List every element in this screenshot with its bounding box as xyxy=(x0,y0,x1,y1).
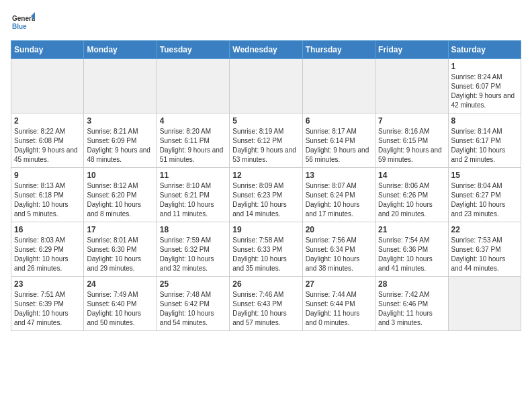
calendar-cell: 20Sunrise: 7:56 AM Sunset: 6:34 PM Dayli… xyxy=(302,222,375,277)
calendar-week-4: 16Sunrise: 8:03 AM Sunset: 6:29 PM Dayli… xyxy=(11,222,521,277)
day-info: Sunrise: 8:10 AM Sunset: 6:21 PM Dayligh… xyxy=(160,181,226,219)
day-info: Sunrise: 7:54 AM Sunset: 6:36 PM Dayligh… xyxy=(378,236,445,273)
calendar-cell: 21Sunrise: 7:54 AM Sunset: 6:36 PM Dayli… xyxy=(375,222,448,277)
calendar-cell: 7Sunrise: 8:16 AM Sunset: 6:15 PM Daylig… xyxy=(375,113,448,168)
calendar-cell xyxy=(375,59,448,113)
day-info: Sunrise: 8:21 AM Sunset: 6:09 PM Dayligh… xyxy=(87,127,153,165)
calendar-cell: 10Sunrise: 8:12 AM Sunset: 6:20 PM Dayli… xyxy=(84,168,157,222)
day-number: 10 xyxy=(87,171,153,180)
day-info: Sunrise: 8:22 AM Sunset: 6:08 PM Dayligh… xyxy=(14,127,81,165)
day-number: 17 xyxy=(87,225,153,234)
calendar-cell: 8Sunrise: 8:14 AM Sunset: 6:17 PM Daylig… xyxy=(448,113,521,168)
day-info: Sunrise: 8:13 AM Sunset: 6:18 PM Dayligh… xyxy=(14,181,81,219)
calendar-cell: 17Sunrise: 8:01 AM Sunset: 6:30 PM Dayli… xyxy=(84,222,157,277)
calendar-cell: 13Sunrise: 8:07 AM Sunset: 6:24 PM Dayli… xyxy=(302,168,375,222)
day-info: Sunrise: 8:12 AM Sunset: 6:20 PM Dayligh… xyxy=(87,181,153,219)
calendar-cell: 18Sunrise: 7:59 AM Sunset: 6:32 PM Dayli… xyxy=(157,222,229,277)
day-info: Sunrise: 7:53 AM Sunset: 6:37 PM Dayligh… xyxy=(451,236,518,273)
day-header-wednesday: Wednesday xyxy=(230,41,302,59)
day-number: 21 xyxy=(378,225,445,234)
day-info: Sunrise: 7:58 AM Sunset: 6:33 PM Dayligh… xyxy=(232,236,299,273)
day-number: 3 xyxy=(87,116,153,126)
day-info: Sunrise: 8:14 AM Sunset: 6:17 PM Dayligh… xyxy=(451,127,518,165)
page-header: General Blue xyxy=(11,11,521,35)
day-info: Sunrise: 7:44 AM Sunset: 6:44 PM Dayligh… xyxy=(306,290,372,328)
day-info: Sunrise: 8:17 AM Sunset: 6:14 PM Dayligh… xyxy=(306,127,372,165)
day-info: Sunrise: 7:56 AM Sunset: 6:34 PM Dayligh… xyxy=(306,236,372,273)
day-number: 12 xyxy=(232,171,299,180)
calendar-cell: 23Sunrise: 7:51 AM Sunset: 6:39 PM Dayli… xyxy=(11,277,84,331)
calendar-cell: 9Sunrise: 8:13 AM Sunset: 6:18 PM Daylig… xyxy=(11,168,84,222)
calendar-header-row: SundayMondayTuesdayWednesdayThursdayFrid… xyxy=(11,41,521,59)
day-info: Sunrise: 7:49 AM Sunset: 6:40 PM Dayligh… xyxy=(87,290,153,328)
calendar-cell: 28Sunrise: 7:42 AM Sunset: 6:46 PM Dayli… xyxy=(375,277,448,331)
day-header-tuesday: Tuesday xyxy=(157,41,229,59)
logo: General Blue xyxy=(11,11,35,35)
day-number: 1 xyxy=(451,62,518,71)
calendar-cell: 3Sunrise: 8:21 AM Sunset: 6:09 PM Daylig… xyxy=(84,113,157,168)
calendar-week-2: 2Sunrise: 8:22 AM Sunset: 6:08 PM Daylig… xyxy=(11,113,521,168)
calendar-cell: 1Sunrise: 8:24 AM Sunset: 6:07 PM Daylig… xyxy=(448,59,521,113)
day-number: 25 xyxy=(160,279,226,289)
day-number: 2 xyxy=(14,116,81,126)
calendar-table: SundayMondayTuesdayWednesdayThursdayFrid… xyxy=(11,40,521,331)
day-info: Sunrise: 8:04 AM Sunset: 6:27 PM Dayligh… xyxy=(451,181,518,219)
day-number: 24 xyxy=(87,279,153,289)
day-number: 16 xyxy=(14,225,81,234)
day-info: Sunrise: 8:09 AM Sunset: 6:23 PM Dayligh… xyxy=(232,181,299,219)
day-number: 9 xyxy=(14,171,81,180)
day-number: 22 xyxy=(451,225,518,234)
calendar-cell: 5Sunrise: 8:19 AM Sunset: 6:12 PM Daylig… xyxy=(230,113,302,168)
day-info: Sunrise: 8:19 AM Sunset: 6:12 PM Dayligh… xyxy=(232,127,299,165)
day-number: 7 xyxy=(378,116,445,126)
day-number: 27 xyxy=(306,279,372,289)
day-header-thursday: Thursday xyxy=(302,41,375,59)
day-number: 4 xyxy=(160,116,226,126)
day-number: 26 xyxy=(232,279,299,289)
day-number: 6 xyxy=(306,116,372,126)
day-header-sunday: Sunday xyxy=(11,41,84,59)
day-number: 19 xyxy=(232,225,299,234)
calendar-cell xyxy=(11,59,84,113)
calendar-cell: 14Sunrise: 8:06 AM Sunset: 6:26 PM Dayli… xyxy=(375,168,448,222)
day-info: Sunrise: 8:20 AM Sunset: 6:11 PM Dayligh… xyxy=(160,127,226,165)
day-header-saturday: Saturday xyxy=(448,41,521,59)
calendar-cell: 11Sunrise: 8:10 AM Sunset: 6:21 PM Dayli… xyxy=(157,168,229,222)
day-info: Sunrise: 7:46 AM Sunset: 6:43 PM Dayligh… xyxy=(232,290,299,328)
day-info: Sunrise: 8:07 AM Sunset: 6:24 PM Dayligh… xyxy=(306,181,372,219)
day-info: Sunrise: 8:01 AM Sunset: 6:30 PM Dayligh… xyxy=(87,236,153,273)
svg-text:Blue: Blue xyxy=(12,23,27,30)
calendar-cell: 6Sunrise: 8:17 AM Sunset: 6:14 PM Daylig… xyxy=(302,113,375,168)
day-number: 20 xyxy=(306,225,372,234)
calendar-cell: 19Sunrise: 7:58 AM Sunset: 6:33 PM Dayli… xyxy=(230,222,302,277)
day-info: Sunrise: 8:06 AM Sunset: 6:26 PM Dayligh… xyxy=(378,181,445,219)
calendar-cell: 2Sunrise: 8:22 AM Sunset: 6:08 PM Daylig… xyxy=(11,113,84,168)
day-info: Sunrise: 8:16 AM Sunset: 6:15 PM Dayligh… xyxy=(378,127,445,165)
day-number: 11 xyxy=(160,171,226,180)
calendar-cell: 24Sunrise: 7:49 AM Sunset: 6:40 PM Dayli… xyxy=(84,277,157,331)
day-info: Sunrise: 8:24 AM Sunset: 6:07 PM Dayligh… xyxy=(451,73,518,110)
calendar-cell: 26Sunrise: 7:46 AM Sunset: 6:43 PM Dayli… xyxy=(230,277,302,331)
day-info: Sunrise: 8:03 AM Sunset: 6:29 PM Dayligh… xyxy=(14,236,81,273)
calendar-cell: 4Sunrise: 8:20 AM Sunset: 6:11 PM Daylig… xyxy=(157,113,229,168)
calendar-week-1: 1Sunrise: 8:24 AM Sunset: 6:07 PM Daylig… xyxy=(11,59,521,113)
calendar-week-3: 9Sunrise: 8:13 AM Sunset: 6:18 PM Daylig… xyxy=(11,168,521,222)
day-info: Sunrise: 7:51 AM Sunset: 6:39 PM Dayligh… xyxy=(14,290,81,328)
day-number: 14 xyxy=(378,171,445,180)
calendar-cell: 25Sunrise: 7:48 AM Sunset: 6:42 PM Dayli… xyxy=(157,277,229,331)
day-number: 15 xyxy=(451,171,518,180)
day-number: 18 xyxy=(160,225,226,234)
calendar-cell xyxy=(230,59,302,113)
calendar-cell: 16Sunrise: 8:03 AM Sunset: 6:29 PM Dayli… xyxy=(11,222,84,277)
day-number: 8 xyxy=(451,116,518,126)
day-number: 5 xyxy=(232,116,299,126)
calendar-cell xyxy=(84,59,157,113)
day-header-monday: Monday xyxy=(84,41,157,59)
calendar-cell xyxy=(448,277,521,331)
calendar-cell: 15Sunrise: 8:04 AM Sunset: 6:27 PM Dayli… xyxy=(448,168,521,222)
day-info: Sunrise: 7:48 AM Sunset: 6:42 PM Dayligh… xyxy=(160,290,226,328)
calendar-cell xyxy=(157,59,229,113)
day-number: 13 xyxy=(306,171,372,180)
logo-svg: General Blue xyxy=(11,11,35,35)
day-header-friday: Friday xyxy=(375,41,448,59)
